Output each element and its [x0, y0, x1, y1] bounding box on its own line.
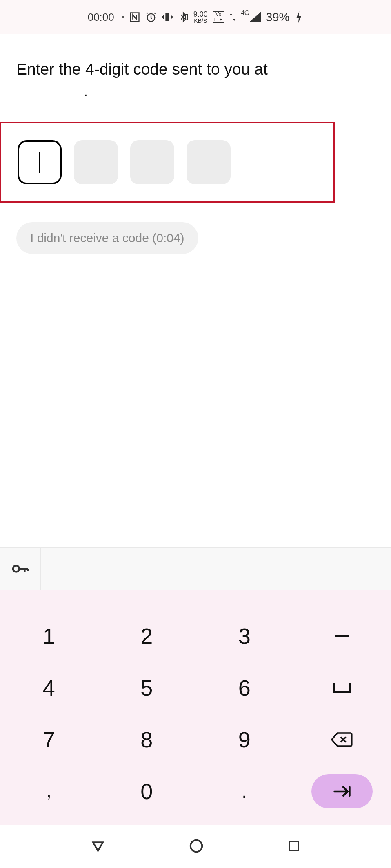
- status-time: 00:00: [88, 11, 114, 24]
- key-8[interactable]: 8: [98, 713, 196, 765]
- key-1[interactable]: 1: [0, 610, 98, 662]
- code-input-row: [18, 140, 317, 184]
- key-backspace[interactable]: [293, 713, 391, 765]
- key-7[interactable]: 7: [0, 713, 98, 765]
- text-cursor: [39, 152, 40, 173]
- svg-point-4: [13, 565, 19, 572]
- key-space[interactable]: [293, 662, 391, 713]
- vibrate-icon: [162, 11, 173, 23]
- masked-phone: .: [16, 80, 155, 102]
- numeric-keyboard: 1 2 3 4 5 6 7 8 9 , 0 .: [0, 590, 391, 825]
- code-digit-1[interactable]: [18, 140, 62, 184]
- bluetooth-icon: [178, 11, 189, 23]
- page-heading: Enter the 4-digit code sent to you at .: [16, 59, 367, 102]
- key-4[interactable]: 4: [0, 662, 98, 713]
- code-digit-3[interactable]: [130, 140, 174, 184]
- status-separator-dot: [122, 16, 124, 18]
- code-digit-2[interactable]: [74, 140, 118, 184]
- nav-recent[interactable]: [287, 839, 300, 854]
- nfc-icon: [129, 11, 140, 23]
- battery-percentage: 39%: [266, 11, 289, 24]
- status-bar: 00:00 9.00 KB/S Vo LTE 4G 39%: [0, 0, 391, 34]
- alarm-icon: [145, 11, 157, 23]
- key-period[interactable]: .: [196, 765, 293, 817]
- key-0[interactable]: 0: [98, 765, 196, 817]
- key-9[interactable]: 9: [196, 713, 293, 765]
- main-content: Enter the 4-digit code sent to you at . …: [0, 34, 391, 254]
- nav-home[interactable]: [189, 838, 204, 855]
- data-rate-indicator: 9.00 KB/S: [193, 11, 208, 24]
- password-manager-key[interactable]: [0, 548, 41, 590]
- keyboard-suggestion-bar: [0, 547, 391, 590]
- resend-code-button[interactable]: I didn't receive a code (0:04): [16, 222, 198, 254]
- signal-icon: [249, 12, 261, 22]
- key-2[interactable]: 2: [98, 610, 196, 662]
- key-comma[interactable]: ,: [0, 765, 98, 817]
- data-arrows-icon: [229, 12, 236, 22]
- key-5[interactable]: 5: [98, 662, 196, 713]
- code-entry-highlight: [0, 122, 335, 203]
- svg-rect-6: [289, 841, 298, 850]
- battery-charging-icon: [294, 10, 303, 24]
- volte-icon: Vo LTE: [213, 11, 224, 23]
- key-dash[interactable]: [293, 610, 391, 662]
- key-enter[interactable]: [293, 765, 391, 817]
- nav-back[interactable]: [91, 839, 105, 855]
- svg-rect-3: [185, 15, 187, 20]
- network-type: 4G: [241, 9, 249, 17]
- key-3[interactable]: 3: [196, 610, 293, 662]
- key-6[interactable]: 6: [196, 662, 293, 713]
- android-navbar: [0, 825, 391, 868]
- code-digit-4[interactable]: [187, 140, 231, 184]
- svg-point-5: [191, 840, 202, 852]
- svg-rect-2: [165, 13, 169, 21]
